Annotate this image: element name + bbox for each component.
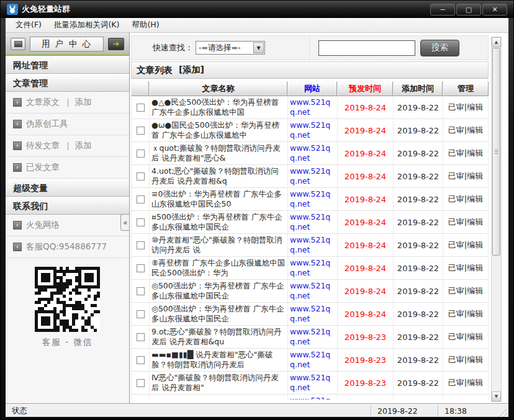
manage-links[interactable]: 已审|编辑	[443, 211, 489, 233]
menu-batch-add-keywords[interactable]: 批量添加相关词(K)	[48, 17, 125, 33]
row-checkbox[interactable]	[137, 218, 145, 226]
quick-find-select[interactable]: -=请选择=- ▼	[196, 41, 265, 55]
row-checkbox[interactable]	[137, 195, 145, 203]
chevron-right-icon: ›	[13, 98, 22, 107]
chevron-right-icon: ›	[13, 163, 22, 172]
quick-find-label: 快速查找：	[153, 42, 193, 53]
manage-links[interactable]: 已审|编辑	[443, 372, 489, 394]
search-input[interactable]	[318, 40, 415, 56]
site-link[interactable]: www.521qq.net	[288, 96, 338, 118]
search-button[interactable]: 搜索	[420, 40, 459, 56]
row-checkbox[interactable]	[137, 356, 145, 364]
sidebar-item-pending-articles[interactable]: › 待发文章 ｜ 添加	[6, 135, 129, 157]
resize-grip[interactable]	[497, 407, 507, 417]
row-checkbox-cell	[132, 326, 150, 348]
manage-links[interactable]: 已审|编辑	[443, 119, 489, 141]
site-link[interactable]: www.521qq.net	[288, 119, 338, 141]
site-link[interactable]: www.521qq.net	[288, 165, 338, 187]
publish-date: 2019-8-24	[338, 188, 394, 210]
row-checkbox-cell	[132, 372, 150, 394]
sidebar-item-published-articles[interactable]: › 已发文章	[6, 157, 129, 179]
manage-links[interactable]: 已审|编辑	[443, 326, 489, 348]
row-checkbox[interactable]	[137, 333, 145, 341]
site-link[interactable]: www.521qq.net	[288, 234, 338, 256]
header-publish-time[interactable]: 预发时间	[337, 81, 393, 96]
sidebar-header-super-variables[interactable]: 超级变量	[6, 179, 129, 197]
sidebar-header-article-management[interactable]: 文章管理	[6, 74, 129, 92]
go-button[interactable]: ➔	[108, 38, 124, 50]
manage-links[interactable]: 已审|编辑	[443, 188, 489, 210]
close-button[interactable]: ✕	[482, 4, 507, 16]
row-checkbox[interactable]	[137, 310, 145, 318]
table-row: ●ω●国民企500强出炉：华为再登榜首 广东牛企多山东很尴尬中www.521qq…	[132, 119, 489, 142]
minimize-icon: ─	[441, 6, 445, 13]
row-checkbox-cell	[132, 280, 150, 302]
row-checkbox[interactable]	[137, 172, 145, 181]
scroll-down-button[interactable]: ▼	[492, 391, 501, 401]
article-title: ⑧再登榜首 广东牛企多山东很尴尬中国民企500强出炉：华为	[150, 257, 288, 279]
manage-links[interactable]: 已审|编辑	[443, 395, 489, 400]
add-link[interactable]: ｜ 添加	[64, 97, 92, 108]
article-add-link[interactable]: [添加]	[179, 65, 204, 76]
sidebar-item-service-qq[interactable]: › 客服QQ:954886777	[6, 236, 129, 258]
row-checkbox[interactable]	[137, 104, 145, 112]
publish-date: 2019-8-24	[338, 280, 394, 302]
article-title: ¤500强出炉：华为再登榜首 广东牛企多山东很尴尬中国民企	[150, 211, 288, 233]
site-link[interactable]: www.521qq.net	[288, 188, 338, 210]
add-link[interactable]: ｜ 添加	[64, 140, 92, 151]
site-link[interactable]: www.521qq.net	[288, 280, 338, 302]
quick-find-bar: 快速查找： -=请选择=- ▼ 搜索	[131, 35, 489, 60]
sidebar-item-article-source[interactable]: › 文章原文 ｜ 添加	[6, 92, 129, 114]
search-zone: 搜索	[309, 36, 459, 60]
user-center-button[interactable]: 用 户 中 心	[30, 37, 104, 51]
manage-links[interactable]: 已审|编辑	[443, 280, 489, 302]
menu-help[interactable]: 帮助(H)	[125, 17, 165, 33]
manage-links[interactable]: 已审|编辑	[443, 142, 489, 164]
sidebar-header-contact-us[interactable]: 联系我们	[6, 197, 129, 215]
row-checkbox[interactable]	[137, 264, 145, 272]
manage-links[interactable]: 已审|编辑	[443, 234, 489, 256]
site-link[interactable]: www.521qq.net	[288, 257, 338, 279]
close-icon: ✕	[492, 6, 497, 13]
manage-links[interactable]: 已审|编辑	[443, 257, 489, 279]
site-link[interactable]: www.521qq.net	[288, 211, 338, 233]
row-checkbox[interactable]	[137, 379, 145, 387]
header-article-name[interactable]: 文章名称	[149, 81, 287, 96]
menu-file[interactable]: 文件(F)	[9, 17, 48, 33]
manage-links[interactable]: 已审|编辑	[443, 165, 489, 187]
added-date: 2019-8-22	[394, 372, 443, 394]
row-checkbox[interactable]	[137, 150, 145, 158]
site-link[interactable]: www.521qq.net	[288, 303, 338, 325]
sidebar-item-label: 客服QQ:954886777	[26, 241, 107, 252]
display-button[interactable]	[11, 38, 25, 50]
site-link[interactable]: www.521qq.net	[288, 395, 338, 400]
sidebar-item-label: 文章原文	[26, 97, 60, 108]
sidebar-collapse-handle[interactable]: «	[120, 214, 130, 231]
maximize-icon: ▢	[466, 6, 472, 13]
scrollbar-thumb[interactable]	[492, 48, 500, 256]
title-bar[interactable]: 火兔轻量站群 ─ ▢ ✕	[1, 1, 513, 18]
row-checkbox[interactable]	[137, 287, 145, 295]
minimize-button[interactable]: ─	[430, 4, 455, 16]
sidebar-item-huotu-network[interactable]: › 火兔网络	[6, 215, 129, 236]
manage-links[interactable]: 已审|编辑	[443, 96, 489, 118]
header-manage[interactable]: 管理	[443, 81, 489, 96]
manage-links[interactable]: 已审|编辑	[443, 349, 489, 371]
header-checkbox-col[interactable]	[131, 81, 149, 96]
collapse-left-icon: «	[123, 218, 127, 227]
row-checkbox[interactable]	[137, 241, 145, 249]
row-checkbox-cell	[132, 96, 150, 118]
maximize-button[interactable]: ▢	[456, 4, 481, 16]
site-link[interactable]: www.521qq.net	[288, 372, 338, 394]
header-added-time[interactable]: 添加时间	[393, 81, 443, 96]
site-link[interactable]: www.521qq.net	[288, 326, 338, 348]
scroll-up-button[interactable]: ▲	[492, 37, 501, 47]
header-site[interactable]: 网站	[287, 81, 337, 96]
site-link[interactable]: www.521qq.net	[288, 142, 338, 164]
row-checkbox[interactable]	[137, 127, 145, 135]
site-link[interactable]: www.521qq.net	[288, 349, 338, 371]
vertical-scrollbar[interactable]: ▲ ▼	[491, 37, 502, 402]
sidebar-item-pseudo-original-tool[interactable]: › 伪原创工具	[6, 114, 129, 135]
manage-links[interactable]: 已审|编辑	[443, 303, 489, 325]
sidebar-header-url-management[interactable]: 网址管理	[6, 56, 129, 74]
